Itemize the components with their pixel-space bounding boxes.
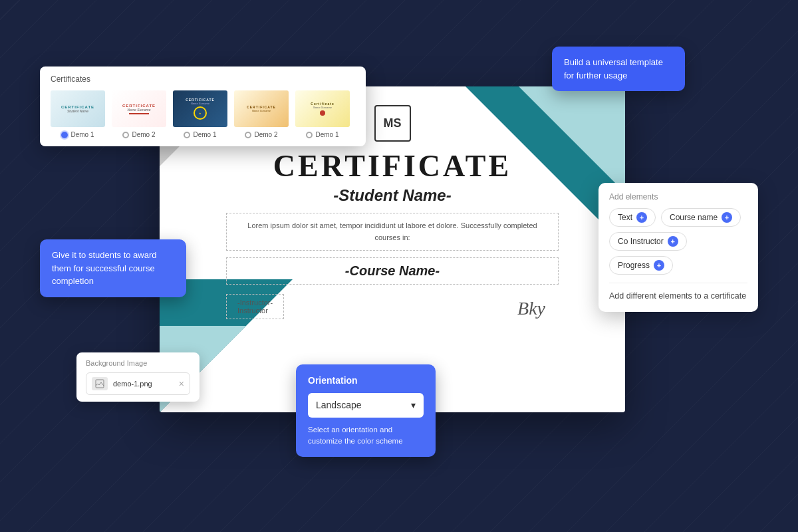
thumb-sublabel-3: Name Surname [191,102,209,105]
image-file-icon [92,377,108,390]
thumb-seal-3: ★ [194,106,207,120]
instructor-label: -Instructor- [237,299,273,307]
cert-title: CERTIFICATE [273,148,511,184]
tag-co-instructor[interactable]: Co Instructor + [609,232,687,251]
tag-course-name-label: Course name [670,213,718,222]
cert-body-text: Lorem ipsum dolor sit amet, tempor incid… [226,213,559,251]
cert-thumb-label-4: Demo 2 [245,131,277,138]
bg-image-filename: demo-1.png [113,380,174,388]
tag-course-name[interactable]: Course name + [661,208,741,227]
instructor-sublabel: Instructor [237,307,273,315]
tag-co-instructor-label: Co Instructor [618,237,664,246]
tooltip-students-text: Give it to students to award them for su… [52,250,157,286]
cert-thumb-1[interactable]: CERTIFICATE Student Name Demo 1 [51,90,105,138]
cert-thumb-4[interactable]: CERTIFICATE Name Surname Demo 2 [234,90,289,138]
thumb-seal-5 [320,110,325,116]
radio-2 [122,132,129,138]
certificates-panel: Certificates CERTIFICATE Student Name De… [40,66,366,146]
remove-bg-image-button[interactable]: × [179,378,184,389]
cert-thumb-img-3: CERTIFICATE Name Surname ★ [173,90,227,127]
cert-demo-label-4: Demo 2 [254,131,277,138]
cert-student-name: -Student Name- [333,186,451,205]
tag-plus-icon-text: + [636,212,647,223]
cert-thumb-img-2: CERTIFICATE Name Surname [112,90,166,127]
thumb-inner-2: CERTIFICATE Name Surname [112,90,166,127]
tooltip-orientation: Orientation Landscape Select an orientat… [296,364,436,457]
cert-thumb-label-1: Demo 1 [61,131,94,138]
cert-thumb-label-5: Demo 1 [306,131,338,138]
add-elements-description: Add different elements to a certificate [609,283,747,303]
tag-text-label: Text [618,213,632,222]
cert-instructor: -Instructor- Instructor [226,294,284,319]
tag-progress[interactable]: Progress + [609,256,673,275]
add-elements-tags: Text + Course name + Co Instructor + Pro… [609,208,747,275]
thumb-sublabel-4: Name Surname [252,109,271,112]
radio-3 [184,132,190,138]
cert-demo-label-3: Demo 1 [193,131,216,138]
orientation-select[interactable]: Landscape [308,393,424,418]
tag-plus-icon-co-instructor: + [668,236,678,247]
certs-panel-title: Certificates [51,74,355,84]
bg-image-row: demo-1.png × [86,372,190,395]
cert-course-name: -Course Name- [226,257,559,285]
cert-logo: MS [374,105,411,142]
cert-thumb-img-4: CERTIFICATE Name Surname [234,90,289,127]
cert-thumb-3[interactable]: CERTIFICATE Name Surname ★ Demo 1 [173,90,227,138]
cert-demo-label-2: Demo 2 [132,131,155,138]
certs-grid: CERTIFICATE Student Name Demo 1 CERTIFIC… [51,90,355,138]
radio-4 [245,132,251,138]
radio-5 [306,132,313,138]
thumb-inner-4: CERTIFICATE Name Surname [234,90,289,127]
tooltip-universal-template: Build a universal template for further u… [552,47,685,91]
cert-thumb-label-2: Demo 2 [122,131,155,138]
cert-thumb-5[interactable]: Certificate Name Surname Demo 1 [295,90,350,138]
cert-thumb-2[interactable]: CERTIFICATE Name Surname Demo 2 [112,90,166,138]
thumb-seal-inner-3: ★ [199,112,201,115]
thumb-sublabel-2: Name Surname [127,108,150,112]
background-image-panel: Background Image demo-1.png × [76,352,200,402]
tag-progress-label: Progress [618,261,650,270]
cert-thumb-img-5: Certificate Name Surname [295,90,350,127]
cert-demo-label-1: Demo 1 [70,131,94,138]
add-elements-title: Add elements [609,192,747,201]
cert-signature: Bky [517,298,545,319]
tag-plus-icon-progress: + [654,260,664,271]
tooltip-universal-template-text: Build a universal template for further u… [564,57,663,80]
tag-plus-icon-course: + [722,212,732,223]
cert-thumb-label-3: Demo 1 [184,131,216,138]
tag-text[interactable]: Text + [609,208,656,227]
thumb-bar-2 [129,113,149,114]
chevron-down-icon [411,398,416,412]
radio-1 [61,132,68,138]
thumb-inner-1: CERTIFICATE Student Name [51,90,105,127]
cert-thumb-img-1: CERTIFICATE Student Name [51,90,105,127]
orientation-value: Landscape [316,398,362,412]
thumb-inner-5: Certificate Name Surname [295,90,350,127]
add-elements-panel: Add elements Text + Course name + Co Ins… [598,183,758,312]
orientation-description: Select an orientation and customize the … [308,424,424,448]
thumb-inner-3: CERTIFICATE Name Surname ★ [173,90,227,127]
orientation-label: Orientation [308,374,424,388]
thumb-sublabel-1: Student Name [67,109,88,113]
thumb-sublabel-5: Name Surname [313,106,332,109]
cert-footer: -Instructor- Instructor Bky [226,294,559,319]
cert-demo-label-5: Demo 1 [315,131,338,138]
bg-image-title: Background Image [86,359,190,367]
